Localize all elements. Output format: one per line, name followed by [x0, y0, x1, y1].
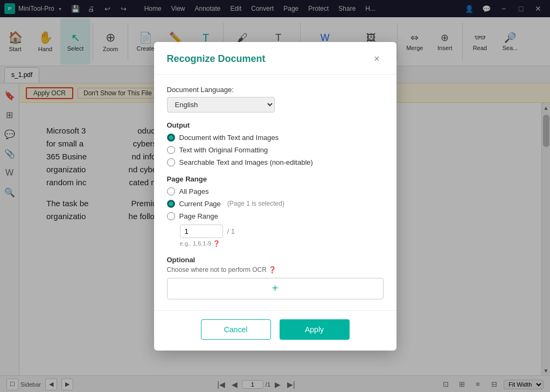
- add-icon: +: [272, 282, 279, 295]
- page-range-hint: e.g., 1,6,1-9 ❓: [180, 240, 384, 247]
- add-area-btn[interactable]: +: [167, 278, 384, 299]
- output-option-2[interactable]: Text with Original Formatting: [167, 146, 384, 154]
- page-range-current[interactable]: Current Page (Page 1 is selected): [167, 200, 384, 208]
- page-range-note: (Page 1 is selected): [227, 200, 284, 207]
- page-range-radio-current[interactable]: [167, 200, 175, 208]
- modal-header: Recognize Document ×: [154, 42, 396, 75]
- modal-overlay: Recognize Document × Document Language: …: [0, 0, 550, 392]
- output-radio-3[interactable]: [167, 158, 175, 166]
- page-range-all[interactable]: All Pages: [167, 187, 384, 195]
- modal-footer: Cancel Apply: [154, 310, 396, 351]
- page-range-label-current: Current Page: [179, 200, 221, 208]
- output-radio-1[interactable]: [167, 134, 175, 142]
- page-range-label-custom: Page Range: [179, 212, 218, 220]
- apply-button[interactable]: Apply: [280, 319, 350, 340]
- cancel-button[interactable]: Cancel: [201, 319, 271, 340]
- hint-icon[interactable]: ❓: [213, 240, 220, 247]
- modal-close-btn[interactable]: ×: [371, 53, 384, 66]
- language-select[interactable]: English French German Spanish Chinese: [167, 97, 275, 113]
- output-section-title: Output: [167, 121, 384, 129]
- page-range-radio-all[interactable]: [167, 187, 175, 195]
- modal-title: Recognize Document: [167, 53, 266, 65]
- page-range-from-input[interactable]: [180, 225, 223, 238]
- page-range-radio-custom[interactable]: [167, 212, 175, 220]
- recognize-document-modal: Recognize Document × Document Language: …: [154, 42, 396, 351]
- output-label-2: Text with Original Formatting: [179, 146, 268, 154]
- output-radio-group: Document with Text and Images Text with …: [167, 134, 384, 166]
- output-label-1: Document with Text and Images: [179, 134, 279, 142]
- page-range-label-all: All Pages: [179, 187, 209, 195]
- output-option-1[interactable]: Document with Text and Images: [167, 134, 384, 142]
- output-option-3[interactable]: Searchable Text and Images (non-editable…: [167, 158, 384, 166]
- output-radio-2[interactable]: [167, 146, 175, 154]
- optional-title: Optional: [167, 256, 384, 264]
- language-label: Document Language:: [167, 86, 384, 94]
- page-range-total: / 1: [227, 227, 235, 235]
- page-range-custom[interactable]: Page Range: [167, 212, 384, 220]
- optional-section: Optional Choose where not to perform OCR…: [167, 256, 384, 299]
- optional-sublabel: Choose where not to perform OCR ❓: [167, 266, 384, 274]
- optional-hint-icon[interactable]: ❓: [268, 266, 276, 274]
- modal-body: Document Language: English French German…: [154, 75, 396, 310]
- output-label-3: Searchable Text and Images (non-editable…: [179, 158, 313, 166]
- page-range-radio-group: All Pages Current Page (Page 1 is select…: [167, 187, 384, 220]
- page-range-inputs: / 1: [180, 225, 384, 238]
- page-range-section-title: Page Range: [167, 175, 384, 183]
